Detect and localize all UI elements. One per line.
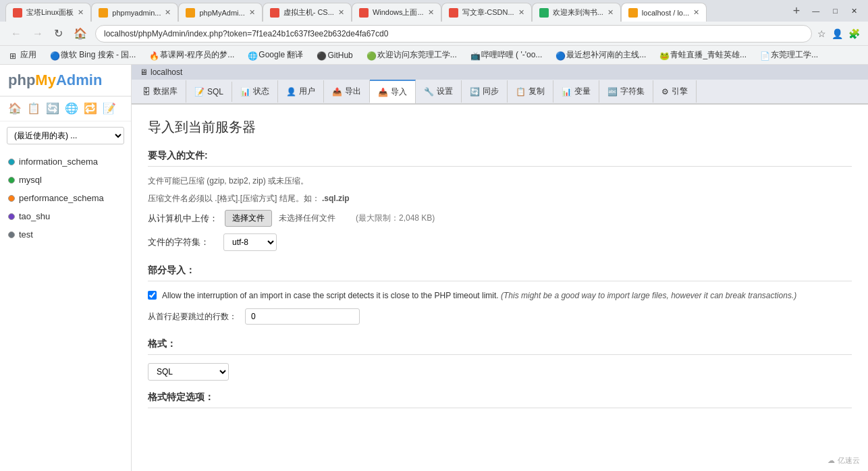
tab-close[interactable]: ✕ (165, 8, 171, 17)
max-limit-text: (最大限制：2,048 KB) (356, 213, 435, 224)
sidebar-action-icon[interactable]: 🏠 (8, 102, 22, 115)
bookmark-favicon: 🐸 (659, 51, 668, 59)
nav-tab-settings[interactable]: 🔧设置 (416, 80, 462, 103)
sidebar-db-item-mysql[interactable]: mysql (0, 171, 131, 189)
tab-close[interactable]: ✕ (249, 8, 255, 17)
bookmark-item[interactable]: 🌐Google 翻译 (244, 48, 307, 62)
maximize-button[interactable]: □ (828, 5, 843, 16)
sidebar-action-icon[interactable]: 🔁 (84, 102, 97, 115)
profile-icon[interactable]: 👤 (832, 28, 843, 39)
sidebar-db-item-performance_schema[interactable]: performance_schema (0, 189, 131, 207)
browser-tab-tab3[interactable]: phpMyAdmi... ✕ (178, 3, 262, 22)
tab-label: localhost / lo... (642, 9, 689, 17)
sidebar-action-icon[interactable]: 📝 (103, 102, 116, 115)
timeout-italic: (This might be a good way to import larg… (501, 291, 796, 300)
upload-label: 从计算机中上传： (148, 213, 218, 225)
server-icon: 🖥 (140, 67, 148, 77)
choose-file-button[interactable]: 选择文件 (225, 210, 272, 227)
tab-favicon (186, 8, 195, 18)
nav-tab-import[interactable]: 📥导入 (370, 80, 416, 103)
back-button[interactable]: ← (8, 26, 24, 41)
nav-tab-databases[interactable]: 🗄数据库 (134, 80, 186, 103)
bookmark-item[interactable]: 🔥慕课网-程序员的梦... (145, 48, 238, 62)
footer-watermark: ☁ 亿速云 (828, 455, 860, 466)
browser-tab-tab6[interactable]: 写文章-CSDN... ✕ (441, 3, 532, 22)
timeout-checkbox[interactable] (148, 291, 157, 300)
bookmark-star-icon[interactable]: ☆ (817, 28, 826, 39)
nav-tab-export[interactable]: 📤导出 (324, 80, 370, 103)
nav-tab-status[interactable]: 📊状态 (232, 80, 278, 103)
forward-button[interactable]: → (30, 26, 46, 41)
pma-php: php (8, 72, 35, 88)
skip-rows-input[interactable] (245, 308, 360, 325)
nav-tab-copy[interactable]: 📋复制 (508, 80, 553, 103)
tab-label: Windows上面... (373, 7, 424, 18)
tab-label: 虚拟主机- CS... (283, 7, 334, 18)
bookmark-item[interactable]: ⚫GitHub (313, 49, 356, 61)
browser-tab-tab4[interactable]: 虚拟主机- CS... ✕ (263, 3, 352, 22)
sidebar-db-item-test[interactable]: test (0, 225, 131, 244)
tab-close[interactable]: ✕ (428, 8, 434, 17)
nav-tab-variables[interactable]: 📊变量 (553, 80, 599, 103)
sidebar-action-icon[interactable]: 🌐 (65, 102, 78, 115)
bookmark-item[interactable]: 📄东莞理工学... (756, 48, 822, 62)
bookmark-item[interactable]: 🟢欢迎访问东莞理工学... (362, 48, 461, 62)
partial-import-title: 部分导入： (148, 265, 852, 281)
nav-tab-engines[interactable]: ⚙引擎 (653, 80, 697, 103)
tab-favicon (359, 8, 369, 18)
nav-tab-label: 设置 (437, 86, 453, 97)
import-file-section: 要导入的文件: 文件可能已压缩 (gzip, bzip2, zip) 或未压缩。… (148, 150, 852, 251)
bookmark-item[interactable]: 🔵微软 Bing 搜索 - 国... (46, 48, 140, 62)
tab-label: 宝塔Linux面板 (26, 7, 74, 18)
sidebar-db-item-tao_shu[interactable]: tao_shu (0, 207, 131, 225)
home-button[interactable]: 🏠 (71, 26, 90, 41)
bookmark-label: 欢迎访问东莞理工学... (377, 49, 457, 61)
sidebar-db-item-information_schema[interactable]: information_schema (0, 153, 131, 171)
nav-tab-sql[interactable]: 📝SQL (186, 82, 232, 102)
minimize-button[interactable]: — (807, 5, 825, 16)
tab-close[interactable]: ✕ (78, 8, 84, 17)
no-file-text: 未选择任何文件 (279, 213, 335, 224)
bookmark-label: 哔哩哔哩 ( '-'oo... (481, 49, 543, 61)
bookmark-favicon: 📺 (470, 51, 479, 59)
tab-label: phpMyAdmi... (199, 9, 244, 17)
address-input[interactable] (95, 25, 812, 43)
reload-button[interactable]: ↻ (51, 26, 65, 41)
tab-favicon (270, 8, 279, 18)
bookmark-item[interactable]: ⊞应用 (5, 48, 40, 62)
new-tab-button[interactable]: + (789, 4, 805, 18)
tab-favicon (13, 8, 22, 18)
sidebar-action-icon[interactable]: 📋 (27, 102, 40, 115)
skip-rows-row: 从首行起要跳过的行数： (148, 308, 852, 325)
bookmark-favicon: 🔵 (555, 51, 564, 59)
timeout-label: Allow the interruption of an import in c… (162, 289, 796, 302)
nav-tab-sync[interactable]: 🔄同步 (462, 80, 508, 103)
bookmark-item[interactable]: 📺哔哩哔哩 ( '-'oo... (466, 48, 547, 62)
browser-tab-tab2[interactable]: phpmyadmin... ✕ (91, 3, 178, 22)
tab-label: 写文章-CSDN... (462, 7, 514, 18)
db-dot (8, 159, 15, 165)
charset-select[interactable]: utf-8utf-16gb2312gbklatin1 (223, 233, 277, 251)
bookmark-label: 微软 Bing 搜索 - 国... (61, 49, 136, 61)
bookmark-label: 最近想补河南的主线... (566, 49, 646, 61)
sidebar-action-icon[interactable]: 🔄 (46, 102, 59, 115)
extensions-icon[interactable]: 🧩 (848, 28, 860, 39)
format-select[interactable]: SQLCSVCSV using LOAD DATAODSOpenDocument… (148, 363, 229, 381)
browser-tab-tab5[interactable]: Windows上面... ✕ (352, 3, 441, 22)
tab-close[interactable]: ✕ (607, 8, 614, 17)
bookmark-item[interactable]: 🐸青蛙直播_青蛙英雄... (655, 48, 751, 62)
bookmark-item[interactable]: 🔵最近想补河南的主线... (551, 48, 650, 62)
tab-close[interactable]: ✕ (518, 8, 524, 17)
browser-tab-tab7[interactable]: 欢迎来到淘书... ✕ (532, 3, 621, 22)
db-name: mysql (19, 175, 42, 185)
recent-tables-select[interactable]: (最近使用的表) ... (7, 127, 124, 144)
tab-close[interactable]: ✕ (338, 8, 344, 17)
close-button[interactable]: ✕ (846, 5, 863, 17)
browser-chrome: 宝塔Linux面板 ✕ phpmyadmin... ✕ phpMyAdmi...… (0, 0, 868, 22)
nav-tab-charset[interactable]: 🔤字符集 (599, 80, 653, 103)
browser-tab-tab8[interactable]: localhost / lo... ✕ (621, 3, 707, 22)
db-name: test (19, 229, 33, 240)
nav-tab-users[interactable]: 👤用户 (278, 80, 324, 103)
browser-tab-tab1[interactable]: 宝塔Linux面板 ✕ (5, 3, 91, 22)
tab-close[interactable]: ✕ (693, 8, 699, 17)
